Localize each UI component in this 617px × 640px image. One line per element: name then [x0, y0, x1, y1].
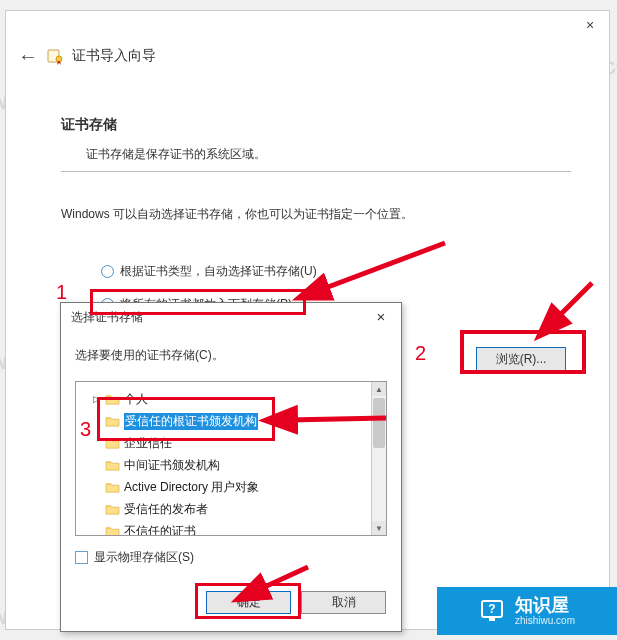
tree-item-label: 个人	[124, 391, 148, 408]
tree-item-label: 不信任的证书	[124, 523, 196, 537]
select-store-dialog: 选择证书存储 × 选择要使用的证书存储(C)。 ▷个人受信任的根证书颁发机构企业…	[60, 302, 402, 632]
ok-button[interactable]: 确定	[206, 591, 291, 614]
svg-text:?: ?	[488, 602, 495, 616]
tree-item[interactable]: 受信任的发布者	[82, 498, 372, 520]
tree-item-label: Active Directory 用户对象	[124, 479, 259, 496]
browse-button[interactable]: 浏览(R)...	[476, 347, 566, 371]
tree-item[interactable]: 不信任的证书	[82, 520, 372, 536]
radio-icon	[101, 265, 114, 278]
tree-item[interactable]: 受信任的根证书颁发机构	[82, 410, 372, 432]
tree-item[interactable]: ▷个人	[82, 388, 372, 410]
scroll-track[interactable]	[372, 396, 386, 521]
tree-item[interactable]: 企业信任	[82, 432, 372, 454]
radio-label: 根据证书类型，自动选择证书存储(U)	[120, 263, 317, 280]
auto-select-paragraph: Windows 可以自动选择证书存储，你也可以为证书指定一个位置。	[61, 206, 413, 223]
tree-item[interactable]: 中间证书颁发机构	[82, 454, 372, 476]
svg-rect-7	[489, 617, 495, 621]
scroll-thumb[interactable]	[373, 398, 385, 448]
dialog-close-button[interactable]: ×	[369, 307, 393, 325]
badge-title: 知识屋	[515, 596, 575, 616]
wizard-title: 证书导入向导	[72, 47, 156, 65]
cancel-button[interactable]: 取消	[301, 591, 386, 614]
tree-item-label: 中间证书颁发机构	[124, 457, 220, 474]
store-tree[interactable]: ▷个人受信任的根证书颁发机构企业信任中间证书颁发机构Active Directo…	[75, 381, 387, 536]
section-subtext: 证书存储是保存证书的系统区域。	[86, 146, 266, 163]
main-close-button[interactable]: ×	[576, 16, 604, 34]
tree-scrollbar[interactable]: ▲ ▼	[371, 382, 386, 535]
certificate-icon	[46, 47, 64, 65]
back-button[interactable]: ←	[18, 46, 38, 66]
separator	[61, 171, 571, 172]
tree-item-label: 受信任的发布者	[124, 501, 208, 518]
checkbox-label: 显示物理存储区(S)	[94, 549, 194, 566]
tree-item-label: 企业信任	[124, 435, 172, 452]
zhishiwu-badge: ? 知识屋 zhishiwu.com	[437, 587, 617, 635]
section-heading: 证书存储	[61, 116, 117, 134]
tree-item[interactable]: Active Directory 用户对象	[82, 476, 372, 498]
checkbox-icon	[75, 551, 88, 564]
radio-auto-select[interactable]: 根据证书类型，自动选择证书存储(U)	[101, 263, 317, 280]
tree-item-label: 受信任的根证书颁发机构	[124, 413, 258, 430]
dialog-title: 选择证书存储	[71, 309, 143, 326]
dialog-subtext: 选择要使用的证书存储(C)。	[75, 347, 224, 364]
show-physical-checkbox[interactable]: 显示物理存储区(S)	[75, 549, 194, 566]
badge-url: zhishiwu.com	[515, 615, 575, 626]
zhishiwu-logo-icon: ?	[479, 598, 505, 624]
scroll-down-button[interactable]: ▼	[372, 521, 386, 535]
scroll-up-button[interactable]: ▲	[372, 382, 386, 396]
